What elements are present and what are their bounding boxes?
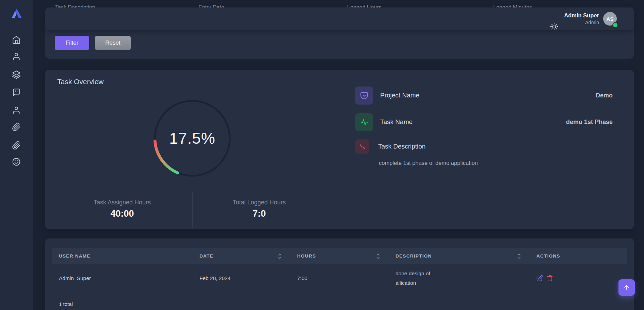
column-header-description: DESCRIPTION bbox=[388, 253, 529, 260]
detail-task-name: Task Name demo 1st Phase bbox=[355, 113, 627, 131]
edit-icon[interactable] bbox=[536, 275, 543, 281]
stat-assigned-hours: Task Assigned Hours 40:00 bbox=[52, 192, 193, 228]
detail-description: complete 1st phase of demo application bbox=[379, 160, 478, 166]
app-logo-icon[interactable] bbox=[11, 8, 23, 19]
sort-arrows-icon[interactable] bbox=[376, 253, 380, 260]
delete-icon[interactable] bbox=[547, 275, 553, 281]
activity-icon bbox=[355, 113, 373, 131]
user-name: Admin Super bbox=[564, 12, 599, 19]
table-header-row: USER NAME DATE HOURS DESCRIPTION ACTIONS bbox=[52, 248, 627, 264]
user-icon[interactable] bbox=[12, 106, 21, 114]
column-label: DESCRIPTION bbox=[396, 253, 432, 259]
user-info: Admin Super Admin bbox=[564, 12, 599, 26]
progress-percent: 17.5% bbox=[151, 97, 233, 179]
paperclip-icon[interactable] bbox=[12, 141, 21, 150]
reset-button[interactable]: Reset bbox=[95, 36, 131, 50]
detail-task-description: Task Description complete 1st phase of d… bbox=[355, 139, 627, 172]
sort-arrows-icon[interactable] bbox=[278, 253, 282, 260]
column-label: ACTIONS bbox=[536, 253, 560, 259]
stat-value: 40:00 bbox=[52, 208, 192, 219]
sun-icon[interactable] bbox=[550, 22, 559, 31]
logs-table-card: USER NAME DATE HOURS DESCRIPTION ACTIONS… bbox=[45, 238, 634, 310]
header-bar: Admin Super Admin AS bbox=[45, 7, 634, 30]
arrow-up-icon bbox=[623, 284, 630, 291]
stat-label: Task Assigned Hours bbox=[52, 199, 192, 206]
online-status-dot bbox=[612, 22, 618, 28]
overview-stats: Task Assigned Hours 40:00 Total Logged H… bbox=[52, 192, 326, 228]
stat-logged-hours: Total Logged Hours 7:0 bbox=[193, 192, 326, 228]
task-overview-card: Task Overview 17.5% Task Assigned Hours … bbox=[45, 70, 634, 229]
detail-project-name: Project Name Demo bbox=[355, 87, 627, 105]
user-icon[interactable] bbox=[12, 52, 21, 61]
column-header-user-name: USER NAME bbox=[52, 253, 192, 259]
pocket-icon bbox=[355, 87, 373, 105]
scroll-to-top-button[interactable] bbox=[618, 279, 635, 296]
sort-arrows-icon[interactable] bbox=[517, 253, 521, 260]
column-label: HOURS bbox=[297, 253, 316, 259]
detail-value: Demo bbox=[596, 92, 613, 99]
filter-button[interactable]: Filter bbox=[55, 36, 89, 50]
user-role: Admin bbox=[564, 19, 599, 26]
column-header-hours: HOURS bbox=[290, 253, 388, 260]
card-title: Task Overview bbox=[57, 78, 104, 86]
paperclip-icon[interactable] bbox=[12, 123, 21, 131]
cell-description: done design of allication bbox=[388, 269, 529, 288]
cell-user-name: Admin Super bbox=[52, 275, 192, 281]
detail-label: Task Name bbox=[380, 118, 413, 126]
column-label: USER NAME bbox=[59, 253, 91, 259]
column-header-actions: ACTIONS bbox=[529, 253, 627, 259]
table-total-count: 1 total bbox=[59, 301, 73, 307]
layers-icon[interactable] bbox=[12, 70, 21, 79]
smiley-icon[interactable] bbox=[12, 157, 21, 166]
description-text: done design of allication bbox=[396, 269, 441, 288]
column-header-date: DATE bbox=[192, 253, 290, 260]
stat-value: 7:0 bbox=[193, 208, 326, 219]
chat-icon[interactable] bbox=[12, 88, 21, 97]
table-row: Admin Super Feb 28, 2024 7:00 done desig… bbox=[52, 264, 627, 292]
route-icon bbox=[355, 139, 369, 154]
stat-label: Total Logged Hours bbox=[193, 199, 326, 206]
column-label: DATE bbox=[199, 253, 213, 259]
cell-hours: 7:00 bbox=[290, 275, 388, 281]
sidebar bbox=[0, 0, 33, 310]
detail-label: Project Name bbox=[380, 92, 419, 99]
cell-date: Feb 28, 2024 bbox=[192, 275, 290, 281]
home-icon[interactable] bbox=[12, 35, 21, 44]
detail-value: demo 1st Phase bbox=[566, 119, 613, 126]
detail-label: Task Description bbox=[378, 143, 425, 150]
cell-actions bbox=[529, 275, 627, 281]
